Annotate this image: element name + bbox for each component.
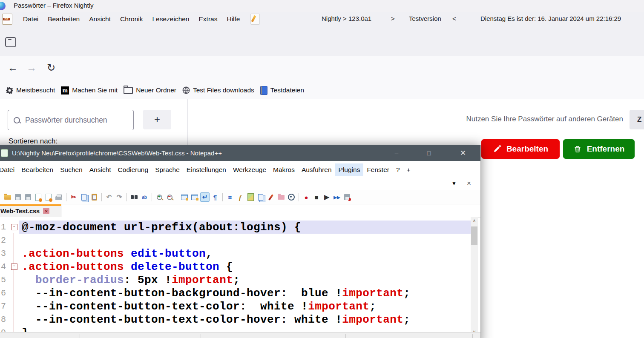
menubar-item-hilfe[interactable]: Hilfe [222, 14, 244, 25]
npp-tabbar: Web-Test.css × [0, 204, 480, 218]
macro-play-icon[interactable]: ▶ [322, 192, 331, 202]
edit-button[interactable]: Bearbeiten [481, 139, 560, 159]
bookmark-item[interactable]: mMachen Sie mit [61, 86, 118, 95]
bookmark-label: Machen Sie mit [72, 86, 118, 94]
macro-stop-icon[interactable]: ■ [312, 192, 321, 202]
code-text: .action-buttons edit-button, [19, 247, 471, 260]
doc-switcher-icon[interactable] [256, 192, 265, 202]
npp-tab-web-test-css[interactable]: Web-Test.css × [0, 204, 61, 217]
code-line: 1-@-moz-document url-prefix(about:logins… [0, 221, 471, 234]
function-list-icon[interactable]: ƒ [236, 192, 245, 202]
paste-icon[interactable] [89, 192, 99, 202]
npp-menu-?[interactable]: ? [393, 163, 403, 176]
menubar-item-lesezeichen[interactable]: Lesezeichen [147, 14, 194, 25]
npp-menu-datei[interactable]: Datei [0, 163, 18, 176]
macro-run-multi-icon[interactable]: ▶▶ [332, 192, 342, 202]
sync-vertical-icon[interactable] [180, 192, 189, 202]
menubar-item-ansicht[interactable]: Ansicht [84, 14, 115, 25]
npp-menu-ausfhren[interactable]: Ausführen [298, 163, 335, 176]
nightly-version-label: Nightly > 123.0a1 [322, 15, 371, 22]
pencil-note-icon[interactable] [250, 14, 260, 25]
undo-icon[interactable]: ↶ [104, 192, 114, 202]
bookmark-item[interactable]: Test Files downloads [182, 86, 254, 94]
zoom-out-icon[interactable] [165, 192, 174, 202]
back-button[interactable]: ← [8, 62, 18, 74]
npp-statusbar [0, 332, 480, 338]
fold-collapse-icon[interactable]: - [11, 264, 17, 270]
npp-titlebar[interactable]: U:\Nightly Neu\Firefox\profile\chrome\CS… [0, 145, 480, 161]
doc-map-icon[interactable] [246, 192, 255, 202]
save-icon[interactable] [13, 192, 23, 202]
edit-marker-icon[interactable] [266, 192, 276, 202]
npp-menu-ansicht[interactable]: Ansicht [86, 163, 115, 176]
forward-button[interactable]: → [26, 62, 37, 74]
redo-icon[interactable]: ↷ [115, 192, 124, 202]
bookmark-item[interactable]: Neuer Ordner [124, 86, 176, 94]
indent-guide-icon[interactable]: ≡ [225, 192, 235, 202]
npp-menu-suchen[interactable]: Suchen [57, 163, 86, 176]
save-all-icon[interactable] [23, 192, 33, 202]
code-editor[interactable]: 1-@-moz-document url-prefix(about:logins… [0, 217, 471, 335]
show-all-chars-icon[interactable]: ¶ [210, 192, 220, 202]
editor-scrollbar[interactable]: ∧ ∨ [471, 217, 478, 335]
npp-menu-+[interactable]: + [403, 163, 414, 176]
close-button[interactable]: ✕ [453, 145, 473, 161]
npp-menu-plugins[interactable]: Plugins [335, 163, 364, 176]
bookmark-item[interactable]: Meistbesucht [6, 86, 55, 94]
word-wrap-icon[interactable]: ↵ [200, 192, 210, 202]
menubar-item-bearbeiten[interactable]: Bearbeiten [43, 14, 84, 25]
zip-file-icon[interactable] [2, 14, 12, 25]
fold-margin [9, 286, 19, 300]
bookmark-item[interactable]: Testdateien [260, 86, 304, 95]
npp-menu-bearbeiten[interactable]: Bearbeiten [18, 163, 57, 176]
panel-close-icon[interactable]: × [467, 179, 471, 188]
line-number: 6 [0, 288, 9, 298]
print-icon[interactable] [54, 192, 63, 202]
open-file-icon[interactable] [3, 192, 12, 202]
npp-menu-codierung[interactable]: Codierung [115, 163, 152, 176]
code-line: 2 [0, 234, 471, 247]
page-divider [187, 99, 188, 146]
folder-workspace-icon[interactable] [276, 192, 286, 202]
macro-record-icon[interactable]: ● [302, 192, 311, 202]
menubar-item-datei[interactable]: Datei [18, 14, 43, 25]
panel-collapse-icon[interactable]: ▼ [451, 180, 457, 186]
close-all-icon[interactable] [44, 192, 53, 202]
firefox-view-button[interactable] [4, 35, 17, 48]
npp-menu-einstellungen[interactable]: Einstellungen [183, 163, 230, 176]
line-number: 4 [0, 262, 9, 272]
sync-button-clipped[interactable]: Z [630, 110, 644, 129]
toolbar-divider [126, 193, 127, 201]
remove-button[interactable]: Entfernen [563, 139, 635, 159]
toolbar-divider [177, 193, 177, 201]
code-line: 7 --in-content-button-text-color: white … [0, 300, 471, 313]
npp-menu-fenster[interactable]: Fenster [363, 163, 393, 176]
scroll-up-icon[interactable]: ∧ [471, 217, 478, 224]
scrollbar-thumb[interactable] [471, 226, 477, 245]
firefox-app-icon [0, 2, 6, 10]
find-icon[interactable] [129, 192, 139, 202]
firefox-menu-items: DateiBearbeitenAnsichtChronikLesezeichen… [18, 14, 244, 25]
sync-horizontal-icon[interactable] [190, 192, 199, 202]
close-icon[interactable] [34, 192, 43, 202]
npp-menu-sprache[interactable]: Sprache [152, 163, 183, 176]
zoom-in-icon[interactable] [155, 192, 164, 202]
menubar-item-chronik[interactable]: Chronik [115, 14, 147, 25]
monitoring-icon[interactable] [287, 192, 296, 202]
fold-collapse-icon[interactable]: - [11, 224, 17, 230]
copy-icon[interactable] [79, 192, 89, 202]
npp-menu-makros[interactable]: Makros [270, 163, 298, 176]
menubar-item-extras[interactable]: Extras [194, 14, 222, 25]
minimize-button[interactable]: – [387, 145, 406, 161]
npp-tab-close-icon[interactable]: × [43, 208, 49, 214]
macro-save-icon[interactable] [342, 192, 352, 202]
book-icon [260, 86, 267, 95]
replace-icon[interactable]: ab [140, 192, 149, 202]
npp-menu-werkzeuge[interactable]: Werkzeuge [230, 163, 270, 176]
cut-icon[interactable]: ✂ [69, 192, 78, 202]
maximize-button[interactable]: □ [419, 145, 439, 161]
firefox-window-title: Passwörter – Firefox Nightly [14, 2, 94, 9]
add-login-button[interactable]: + [143, 110, 171, 129]
password-search-input[interactable]: Passwörter durchsuchen [8, 110, 134, 130]
reload-button[interactable]: ↻ [47, 62, 55, 74]
